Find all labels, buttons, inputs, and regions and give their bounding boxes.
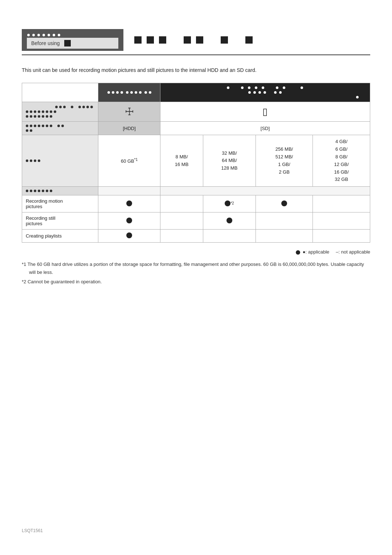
bullet-filled-icon <box>126 200 132 206</box>
dot <box>37 34 40 36</box>
empty-label <box>22 122 98 135</box>
header-sq <box>134 36 142 44</box>
sd-label: [SD] <box>261 126 270 131</box>
page-code: LSQT1561 <box>22 528 43 533</box>
recording-still-label: Recording still pictures <box>22 212 98 230</box>
header-sq <box>196 36 203 44</box>
header-left-panel: Before using <box>22 29 123 51</box>
black-square-icon <box>64 40 71 46</box>
sd-capacity-2: 32 MB/ 64 MB/ 128 MB <box>221 150 238 171</box>
dot <box>48 34 50 36</box>
sd-label-cell: [SD] <box>160 122 370 135</box>
footnote-2: *2 Cannot be guaranteed in operation. <box>22 278 370 286</box>
sd-col-header-main <box>160 83 370 102</box>
storage-label-row: [HDD] [SD] <box>22 122 370 135</box>
recording-still-sd2 <box>203 212 256 230</box>
header-right-squares <box>123 36 370 44</box>
creating-playlists-row: Creating playlists <box>22 230 370 243</box>
sd-icon-cell: ▯ <box>160 102 370 122</box>
creating-playlists-label: Creating playlists <box>22 230 98 243</box>
capacity-row-label <box>22 135 98 187</box>
header-sq <box>159 36 166 44</box>
sd-cap-2-cell: 32 MB/ 64 MB/ 128 MB <box>203 135 256 187</box>
bullet-filled-icon <box>126 218 132 223</box>
storage-type-row: ☩ ▯ <box>22 102 370 122</box>
hdd-label: [HDD] <box>123 126 135 131</box>
hdd-header-dots <box>102 90 156 95</box>
col-header-row <box>22 83 370 102</box>
applicable-label: ●: applicable <box>303 249 330 255</box>
sd-cap-3-cell: 256 MB/ 512 MB/ 1 GB/ 2 GB <box>256 135 313 187</box>
sd-icon: ▯ <box>262 106 268 117</box>
recording-still-row: Recording still pictures <box>22 212 370 230</box>
creating-playlists-hdd <box>98 230 160 243</box>
legend-bullet-icon <box>296 249 301 255</box>
hdd-icon: ☩ <box>125 106 134 117</box>
footnote-1: *1 The 60 GB hard drive utilizes a porti… <box>22 260 370 276</box>
dot <box>32 34 35 36</box>
legend: ●: applicable –: not applicable <box>22 249 370 255</box>
feature-empty <box>22 102 98 122</box>
recording-motion-sd2: *2 <box>203 195 256 212</box>
footnotes: *1 The 60 GB hard drive utilizes a porti… <box>22 260 370 286</box>
bullet-filled-icon <box>225 200 230 206</box>
recording-motion-sd4 <box>313 195 370 212</box>
creating-playlists-sd3 <box>256 230 313 243</box>
separator-feature-label <box>22 187 98 195</box>
recording-motion-sd1 <box>160 195 203 212</box>
sep-sd <box>160 187 370 195</box>
bullet-filled-icon <box>226 218 232 223</box>
recording-motion-sd3 <box>256 195 313 212</box>
hdd-icon-cell: ☩ <box>98 102 160 122</box>
recording-still-sd1 <box>160 212 203 230</box>
sd-cap-1-cell: 8 MB/ 16 MB <box>160 135 203 187</box>
recording-still-sd4 <box>313 212 370 230</box>
before-using-container: Before using <box>27 38 118 49</box>
capability-table: ☩ ▯ <box>22 83 370 243</box>
header-dots-top <box>27 33 118 37</box>
recording-motion-hdd <box>98 195 160 212</box>
page-header: Before using <box>22 29 370 55</box>
header-sq <box>184 36 191 44</box>
recording-still-hdd <box>98 212 160 230</box>
hdd-capacity: 60 GB*1 <box>121 158 138 164</box>
dot <box>58 34 60 36</box>
recording-still-sd3 <box>256 212 313 230</box>
sd-cap-4-cell: 4 GB/ 6 GB/ 8 GB/ 12 GB/ 16 GB/ 32 GB <box>313 135 370 187</box>
dot <box>27 34 30 36</box>
sep-hdd <box>98 187 160 195</box>
sd-capacity-4: 4 GB/ 6 GB/ 8 GB/ 12 GB/ 16 GB/ 32 GB <box>334 139 348 182</box>
header-sq <box>221 36 228 44</box>
creating-playlists-sd2 <box>203 230 256 243</box>
dot <box>42 34 45 36</box>
creating-playlists-sd1 <box>160 230 203 243</box>
bullet-filled-icon <box>281 200 287 206</box>
recording-motion-row: Recording motion pictures *2 <box>22 195 370 212</box>
dot <box>53 34 55 36</box>
hdd-col-header <box>98 83 160 102</box>
sd-capacity-1: 8 MB/ 16 MB <box>175 154 189 167</box>
capacity-row: 60 GB*1 8 MB/ 16 MB 32 MB/ 64 MB/ 128 MB… <box>22 135 370 187</box>
sd-capacity-3: 256 MB/ 512 MB/ 1 GB/ 2 GB <box>275 146 293 174</box>
bullet-filled-icon <box>126 232 132 238</box>
recording-motion-label: Recording motion pictures <box>22 195 98 212</box>
creating-playlists-sd4 <box>313 230 370 243</box>
separator-row <box>22 187 370 195</box>
hdd-capacity-cell: 60 GB*1 <box>98 135 160 187</box>
before-using-label: Before using <box>31 40 60 46</box>
description-text: This unit can be used for recording moti… <box>22 66 370 74</box>
empty-header-cell <box>22 83 98 102</box>
not-applicable-label: –: not applicable <box>336 249 370 255</box>
header-sq <box>245 36 253 44</box>
hdd-label-cell: [HDD] <box>98 122 160 135</box>
header-sq <box>147 36 154 44</box>
